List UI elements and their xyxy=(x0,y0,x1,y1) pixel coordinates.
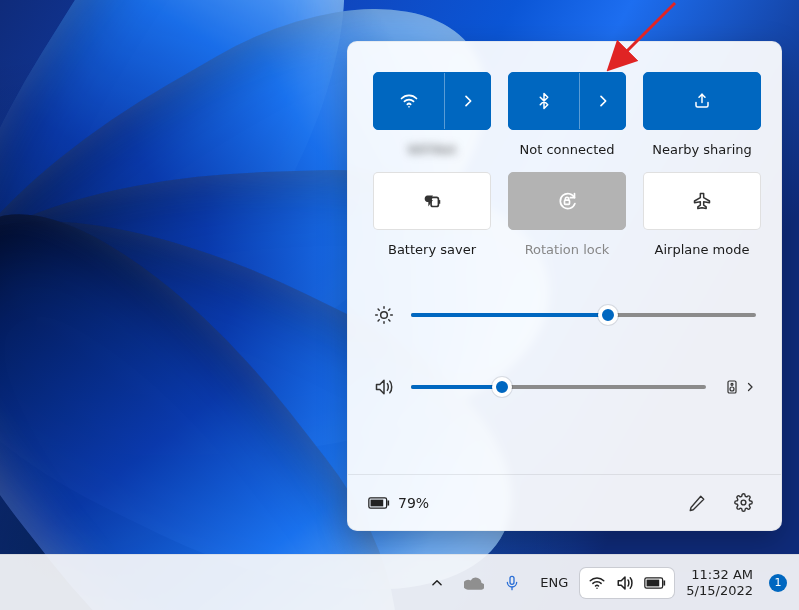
svg-rect-1 xyxy=(431,197,438,206)
brightness-slider[interactable] xyxy=(411,313,756,317)
airplane-icon xyxy=(692,191,712,211)
rotation-lock-label: Rotation lock xyxy=(525,242,610,257)
battery-saver-label: Battery saver xyxy=(388,242,476,257)
battery-footer-icon[interactable]: 79% xyxy=(368,495,429,511)
battery-percent: 79% xyxy=(398,495,429,511)
brightness-icon xyxy=(373,305,395,325)
svg-marker-13 xyxy=(377,380,385,393)
language-label: ENG xyxy=(540,575,568,590)
wifi-tray-icon xyxy=(588,574,606,592)
quick-settings-panel: WiFiNet Not connected xyxy=(347,41,782,531)
brightness-row xyxy=(373,305,756,325)
chevron-right-icon xyxy=(460,93,476,109)
svg-point-15 xyxy=(731,383,733,385)
system-tray-cluster[interactable] xyxy=(580,568,674,598)
svg-rect-2 xyxy=(438,200,440,204)
battery-saver-icon xyxy=(421,190,443,212)
svg-line-9 xyxy=(378,309,379,310)
taskbar: ENG 11:32 AM 5/15/2022 1 xyxy=(0,554,799,610)
language-tray-button[interactable]: ENG xyxy=(532,569,576,596)
volume-slider[interactable] xyxy=(411,385,706,389)
bluetooth-label: Not connected xyxy=(520,142,615,157)
rotation-lock-icon xyxy=(557,191,577,211)
chevron-right-icon xyxy=(595,93,611,109)
svg-marker-25 xyxy=(619,577,626,589)
share-icon xyxy=(693,92,711,110)
svg-line-10 xyxy=(389,320,390,321)
tray-overflow-button[interactable] xyxy=(422,570,452,596)
wifi-expand-button[interactable] xyxy=(444,73,490,129)
microphone-tray-icon[interactable] xyxy=(496,567,528,599)
svg-rect-28 xyxy=(664,580,666,585)
svg-point-4 xyxy=(381,312,388,319)
svg-point-24 xyxy=(597,587,599,589)
volume-tray-icon xyxy=(616,574,634,592)
nearby-sharing-label: Nearby sharing xyxy=(652,142,752,157)
wifi-label: WiFiNet xyxy=(407,142,456,157)
svg-rect-27 xyxy=(647,579,660,586)
clock-date: 5/15/2022 xyxy=(686,583,753,599)
bluetooth-expand-button[interactable] xyxy=(579,73,625,129)
settings-button[interactable] xyxy=(725,485,761,521)
svg-line-11 xyxy=(378,320,379,321)
chevron-right-icon xyxy=(744,381,756,393)
audio-output-button[interactable] xyxy=(722,375,742,399)
wifi-icon xyxy=(399,91,419,111)
battery-tray-icon xyxy=(644,576,666,590)
onedrive-tray-icon[interactable] xyxy=(456,570,492,596)
clock-tray[interactable]: 11:32 AM 5/15/2022 xyxy=(678,561,761,604)
nearby-sharing-tile[interactable] xyxy=(643,72,761,130)
svg-point-0 xyxy=(408,106,410,108)
bluetooth-tile[interactable] xyxy=(508,72,626,130)
quick-settings-tiles: WiFiNet Not connected xyxy=(373,72,756,257)
battery-saver-tile[interactable] xyxy=(373,172,491,230)
airplane-mode-label: Airplane mode xyxy=(655,242,750,257)
wifi-tile[interactable] xyxy=(373,72,491,130)
volume-row xyxy=(373,375,756,399)
edit-quick-settings-button[interactable] xyxy=(679,485,715,521)
svg-line-12 xyxy=(389,309,390,310)
notification-badge[interactable]: 1 xyxy=(769,574,787,592)
svg-point-20 xyxy=(741,500,746,505)
svg-rect-18 xyxy=(371,499,384,506)
svg-rect-19 xyxy=(387,500,389,505)
quick-settings-footer: 79% xyxy=(348,474,781,530)
svg-point-16 xyxy=(730,387,734,391)
volume-icon xyxy=(373,377,395,397)
clock-time: 11:32 AM xyxy=(686,567,753,583)
rotation-lock-tile xyxy=(508,172,626,230)
airplane-mode-tile[interactable] xyxy=(643,172,761,230)
svg-rect-22 xyxy=(510,576,514,584)
bluetooth-icon xyxy=(535,92,553,110)
